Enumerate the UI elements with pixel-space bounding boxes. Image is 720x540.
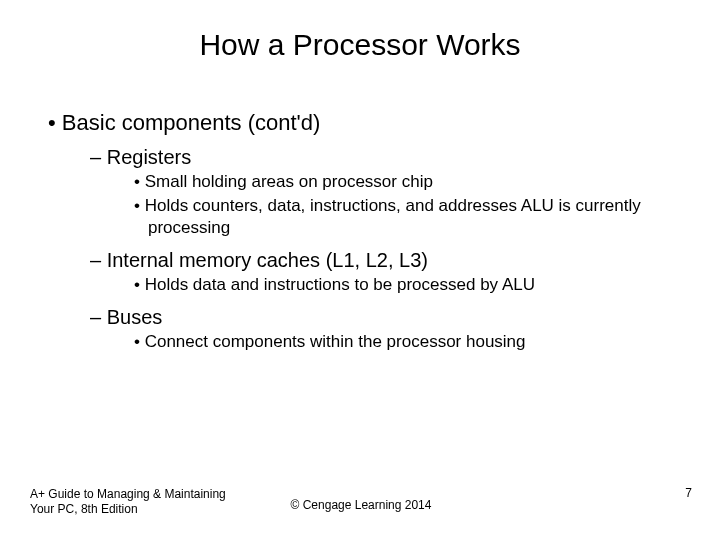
bullet-l3: Connect components within the processor … xyxy=(108,331,692,353)
page-number: 7 xyxy=(685,486,692,500)
bullet-l2-caches-text: Internal memory caches (L1, L2, L3) xyxy=(107,249,428,271)
footer-copyright: © Cengage Learning 2014 xyxy=(30,498,692,512)
slide-title: How a Processor Works xyxy=(0,28,720,62)
bullet-l3-text: Holds data and instructions to be proces… xyxy=(145,275,535,294)
bullet-l3-text: Holds counters, data, instructions, and … xyxy=(145,196,641,237)
bullet-l3-text: Small holding areas on processor chip xyxy=(145,172,433,191)
bullet-l2-caches: Internal memory caches (L1, L2, L3) Hold… xyxy=(66,249,692,296)
bullet-l3-text: Connect components within the processor … xyxy=(145,332,526,351)
bullet-l3: Holds counters, data, instructions, and … xyxy=(108,195,692,239)
slide: How a Processor Works Basic components (… xyxy=(0,0,720,540)
bullet-l2-buses-text: Buses xyxy=(107,306,163,328)
bullet-l3: Holds data and instructions to be proces… xyxy=(108,274,692,296)
bullet-l1: Basic components (cont'd) Registers Smal… xyxy=(30,110,692,353)
slide-body: Basic components (cont'd) Registers Smal… xyxy=(30,110,692,361)
bullet-l2-registers-text: Registers xyxy=(107,146,191,168)
bullet-l3: Small holding areas on processor chip xyxy=(108,171,692,193)
bullet-l2-registers: Registers Small holding areas on process… xyxy=(66,146,692,239)
bullet-l2-buses: Buses Connect components within the proc… xyxy=(66,306,692,353)
bullet-l1-text: Basic components (cont'd) xyxy=(62,110,321,135)
